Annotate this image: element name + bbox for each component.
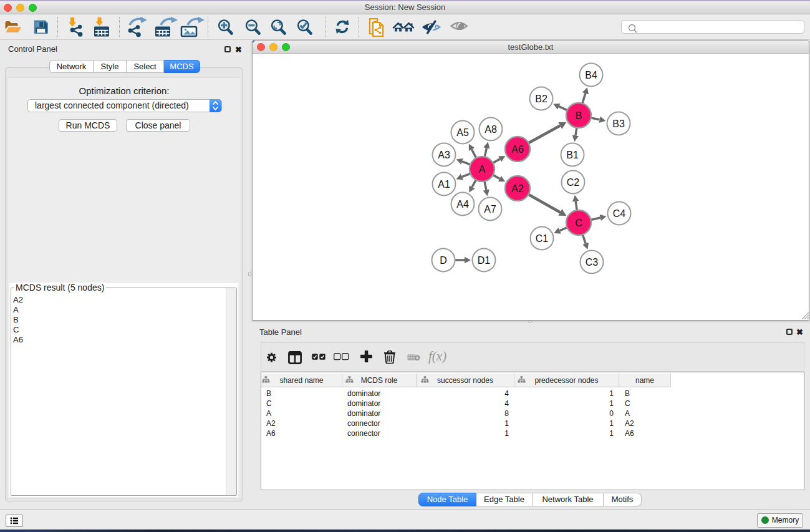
svg-text:A: A	[479, 164, 486, 175]
svg-text:C1: C1	[536, 233, 549, 244]
svg-text:D1: D1	[478, 255, 491, 266]
svg-text:A7: A7	[484, 204, 496, 215]
svg-text:C4: C4	[613, 208, 626, 219]
svg-text:B4: B4	[585, 70, 597, 80]
svg-text:A5: A5	[456, 127, 469, 138]
svg-text:B: B	[576, 110, 582, 121]
svg-text:D: D	[440, 255, 447, 266]
svg-text:A6: A6	[511, 144, 524, 155]
svg-text:A3: A3	[438, 150, 450, 160]
svg-text:A4: A4	[456, 199, 469, 210]
svg-text:B1: B1	[566, 150, 579, 160]
svg-text:B2: B2	[535, 94, 547, 104]
svg-text:B3: B3	[612, 118, 625, 129]
svg-text:C2: C2	[567, 177, 580, 188]
svg-text:C: C	[575, 218, 582, 228]
svg-text:C3: C3	[586, 257, 599, 268]
svg-text:A2: A2	[511, 183, 524, 194]
svg-text:A8: A8	[485, 124, 497, 135]
svg-text:A1: A1	[438, 179, 450, 190]
